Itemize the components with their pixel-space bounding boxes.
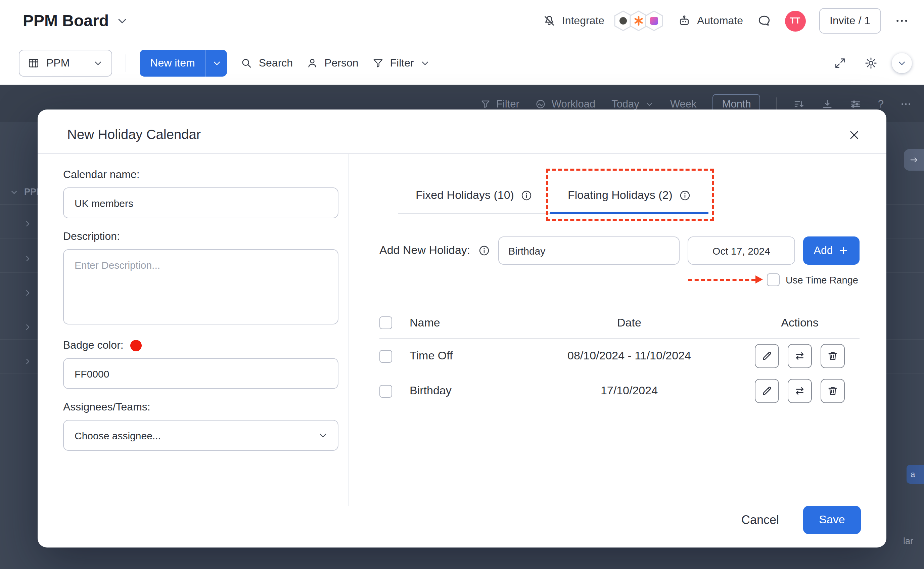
row-actions [740,344,860,368]
chat-bubble-icon [756,14,771,28]
view-selector-label: PPM [46,57,70,69]
header-actions: Integrate Automate TT Invite / 1 [543,8,909,33]
pencil-icon [761,350,773,362]
toolbar-divider [125,55,126,72]
board-title-menu[interactable]: PPM Board [23,11,129,30]
filter-button[interactable]: Filter [372,57,431,69]
chevron-down-icon [645,99,654,109]
cancel-button[interactable]: Cancel [741,513,779,527]
sort-icon [794,98,806,110]
chevron-down-icon [9,187,19,196]
holiday-date-input[interactable] [687,236,795,265]
select-all-checkbox[interactable] [379,316,392,329]
filter-funnel-icon [372,57,384,69]
today-dropdown: Today [611,98,654,110]
date-column-header: Date [518,316,740,330]
person-filter-button[interactable]: Person [306,57,358,69]
workload-icon [536,99,546,110]
integrate-button[interactable]: Integrate [543,10,664,32]
person-icon [306,57,318,69]
description-textarea[interactable] [63,249,338,324]
automate-button[interactable]: Automate [678,14,743,27]
sliders-icon [850,98,862,110]
badge-color-swatch[interactable] [130,339,142,351]
timeline-filter-button: Filter [480,98,519,110]
avatar[interactable]: TT [784,11,806,31]
assignee-placeholder: Choose assignee... [74,430,161,441]
chevron-right-icon [23,323,32,332]
calendar-name-input[interactable] [63,187,338,218]
arrow-right-icon [909,155,919,165]
week-button: Week [670,98,697,110]
new-item-button[interactable]: New item [140,50,205,77]
app-window: PPM Board Integrate Automate TT Inv [0,0,924,569]
search-icon [241,57,253,69]
search-button[interactable]: Search [241,57,293,69]
person-label: Person [324,57,358,69]
close-button[interactable] [847,128,861,141]
chevron-down-icon [115,14,129,27]
collapse-header-button[interactable] [892,53,912,73]
calendar-name-label: Calendar name: [63,169,348,181]
expand-panel-arrow [904,149,924,170]
new-item-split-button[interactable]: New item [140,50,227,77]
filter-label: Filter [390,57,414,69]
tab-floating-holidays[interactable]: Floating Holidays (2) [550,189,709,213]
fullscreen-button[interactable] [827,50,853,76]
chevron-right-icon [23,219,32,228]
move-button[interactable] [788,379,812,403]
chevron-right-icon [23,288,32,298]
more-options-button[interactable] [894,14,909,28]
swap-arrows-icon [794,385,806,397]
swap-arrows-icon [794,350,806,362]
info-icon [478,245,490,257]
chat-button[interactable] [756,14,771,28]
table-view-icon [27,57,39,69]
holidays-tabs: Fixed Holidays (10) Floating Holidays (2… [398,189,709,214]
gear-icon [864,56,878,70]
chevron-down-icon [420,58,431,68]
kebab-icon [894,14,909,28]
search-label: Search [259,57,293,69]
calendar-settings-column: Calendar name: Description: Badge color:… [38,154,348,506]
kebab-icon [900,98,912,110]
holiday-name-input[interactable] [498,236,680,265]
save-button[interactable]: Save [803,506,861,534]
chevron-down-icon [897,58,907,68]
holiday-name: Birthday [410,384,518,398]
use-time-range-checkbox[interactable] [767,274,780,286]
badge-color-input[interactable] [63,358,338,389]
row-actions [740,379,860,403]
partial-text-dimmed: lar [903,536,913,546]
assignee-select[interactable]: Choose assignee... [63,420,338,451]
integrate-icon [543,14,556,27]
row-checkbox[interactable] [379,385,392,397]
add-holiday-row: Add New Holiday: Add [379,236,860,265]
page-title: PPM Board [23,11,109,30]
settings-button[interactable] [858,50,884,76]
chevron-down-icon [211,58,222,68]
tab-fixed-holidays[interactable]: Fixed Holidays (10) [398,189,550,213]
edit-button[interactable] [755,344,779,368]
modal-title: New Holiday Calendar [67,127,201,142]
chevron-down-icon [93,58,103,68]
new-item-caret[interactable] [206,50,227,77]
move-button[interactable] [788,344,812,368]
annotation-arrow [688,279,756,281]
invite-button[interactable]: Invite / 1 [819,8,881,33]
use-time-range-row: Use Time Range [379,274,858,286]
add-holiday-button[interactable]: Add [803,236,860,265]
delete-button[interactable] [821,379,845,403]
table-row: Time Off 08/10/2024 - 11/10/2024 [379,339,860,374]
app-header: PPM Board Integrate Automate TT Inv [0,0,924,42]
integration-app-badges [613,10,664,32]
delete-button[interactable] [821,344,845,368]
integrate-label: Integrate [562,15,604,27]
chevron-down-icon [318,430,328,441]
row-checkbox[interactable] [379,350,392,362]
edit-button[interactable] [755,379,779,403]
holiday-name: Time Off [410,349,518,363]
view-selector[interactable]: PPM [19,50,112,77]
add-new-holiday-label: Add New Holiday: [379,244,470,257]
holiday-date: 08/10/2024 - 11/10/2024 [518,349,740,363]
